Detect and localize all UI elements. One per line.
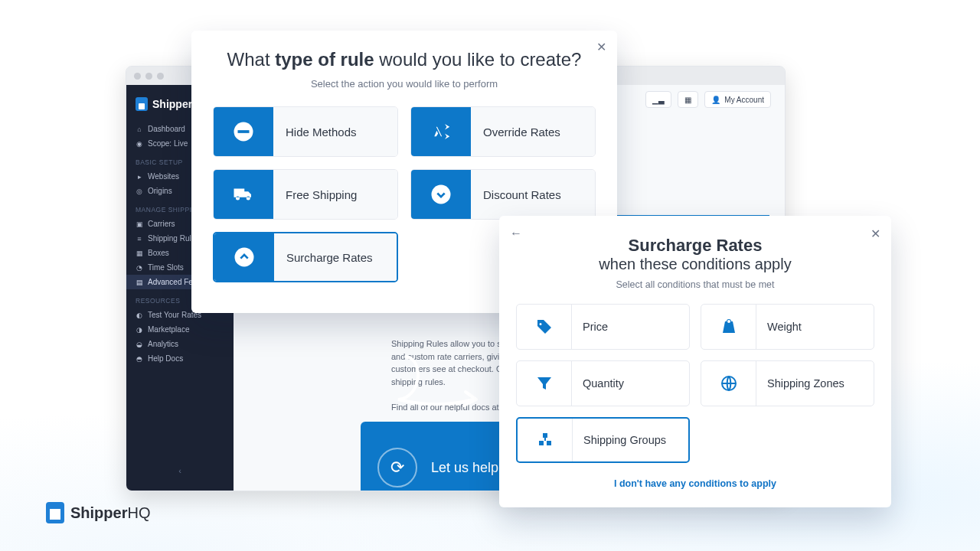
svg-point-3 [235, 248, 254, 267]
brand-mark-icon [46, 502, 64, 523]
tag-icon [535, 318, 554, 336]
svg-rect-1 [238, 130, 250, 133]
option-override-rates[interactable]: Override Rates [410, 106, 596, 157]
svg-rect-8 [544, 438, 546, 441]
skip-conditions-link[interactable]: I don't have any conditions to apply [516, 478, 874, 489]
account-button[interactable]: 👤My Account [704, 91, 771, 108]
modal1-subtitle: Select the action you would like to perf… [213, 78, 596, 90]
condition-label: Shipping Zones [756, 361, 874, 406]
sidebar-brand-icon [136, 97, 148, 111]
condition-label: Quantity [572, 361, 689, 406]
brand-logo: ShipperHQ [46, 502, 150, 523]
option-surcharge-rates[interactable]: Surcharge Rates [213, 232, 398, 282]
globe-icon [720, 374, 738, 393]
bar-chart-icon: ▁▃ [652, 96, 665, 104]
modal-conditions: ← ✕ Surcharge Rates when these condition… [499, 216, 891, 507]
arrow-down-circle-icon [430, 183, 452, 206]
sidebar-item-analytics[interactable]: ◒Analytics [126, 337, 234, 351]
conditions-grid: Price Weight Quantity Shipping Zones Shi… [516, 304, 874, 463]
option-hide-methods[interactable]: Hide Methods [213, 106, 398, 157]
condition-price[interactable]: Price [516, 304, 690, 350]
flask-icon: ◐ [136, 311, 143, 319]
condition-label: Weight [756, 305, 874, 349]
modal2-helper: Select all conditions that must be met [516, 279, 874, 290]
close-icon[interactable]: ✕ [596, 40, 606, 54]
pin-icon: ◎ [136, 187, 143, 195]
clock-icon: ◔ [136, 264, 143, 272]
condition-label: Shipping Groups [573, 419, 688, 461]
back-icon[interactable]: ← [510, 227, 522, 240]
minus-circle-icon [232, 120, 255, 143]
modal1-title: What type of rule would you like to crea… [213, 49, 596, 70]
window-dot [145, 73, 152, 80]
bookmark-icon: ▸ [136, 173, 143, 181]
brand-text: ShipperHQ [70, 504, 150, 522]
shuffle-icon [430, 120, 452, 143]
weight-icon [720, 318, 738, 336]
close-icon[interactable]: ✕ [871, 227, 880, 241]
condition-shipping-groups[interactable]: Shipping Groups [516, 417, 690, 463]
condition-weight[interactable]: Weight [701, 304, 874, 350]
sidebar-item-marketplace[interactable]: ◑Marketplace [126, 322, 234, 337]
svg-rect-6 [539, 441, 544, 445]
store-icon: ◑ [136, 326, 143, 334]
modal2-subtitle-line: when these conditions apply [516, 256, 874, 273]
svg-rect-5 [543, 433, 547, 438]
option-label: Discount Rates [471, 170, 595, 219]
user-icon: 👤 [711, 96, 720, 104]
option-label: Free Shipping [273, 170, 397, 219]
chart-icon: ◒ [136, 341, 143, 348]
help-icon: ◓ [136, 355, 143, 363]
list-icon: ≡ [136, 235, 143, 243]
option-free-shipping[interactable]: Free Shipping [213, 169, 398, 220]
box-icon: ▦ [136, 249, 143, 257]
toolbar-chart-button[interactable]: ▁▃ [645, 91, 671, 108]
modal2-title: Surcharge Rates [516, 236, 874, 256]
option-label: Hide Methods [273, 107, 397, 156]
globe-icon: ◉ [136, 140, 143, 148]
sidebar-item-help-docs[interactable]: ◓Help Docs [126, 351, 234, 366]
truck-icon: ▣ [136, 220, 143, 228]
window-dot [157, 73, 164, 80]
sidebar-collapse[interactable]: ‹ [178, 466, 181, 475]
condition-shipping-zones[interactable]: Shipping Zones [701, 360, 874, 406]
sidebar-brand-text: Shipper [152, 98, 192, 110]
option-label: Override Rates [471, 107, 595, 156]
window-dot [134, 73, 141, 80]
option-discount-rates[interactable]: Discount Rates [410, 169, 596, 220]
arrow-up-circle-icon [233, 246, 256, 269]
condition-quantity[interactable]: Quantity [516, 360, 690, 406]
home-icon: ⌂ [136, 126, 143, 133]
calendar-icon: ▦ [684, 96, 691, 104]
svg-point-2 [432, 185, 451, 204]
boxes-icon [536, 431, 554, 449]
grid-icon: ▤ [136, 279, 143, 286]
condition-label: Price [572, 305, 689, 349]
truck-icon [232, 183, 255, 206]
toolbar-calendar-button[interactable]: ▦ [678, 91, 698, 108]
option-label: Surcharge Rates [274, 233, 397, 281]
filter-icon [535, 374, 554, 393]
svg-rect-7 [547, 441, 551, 445]
cta-icon: ⟳ [377, 448, 417, 487]
